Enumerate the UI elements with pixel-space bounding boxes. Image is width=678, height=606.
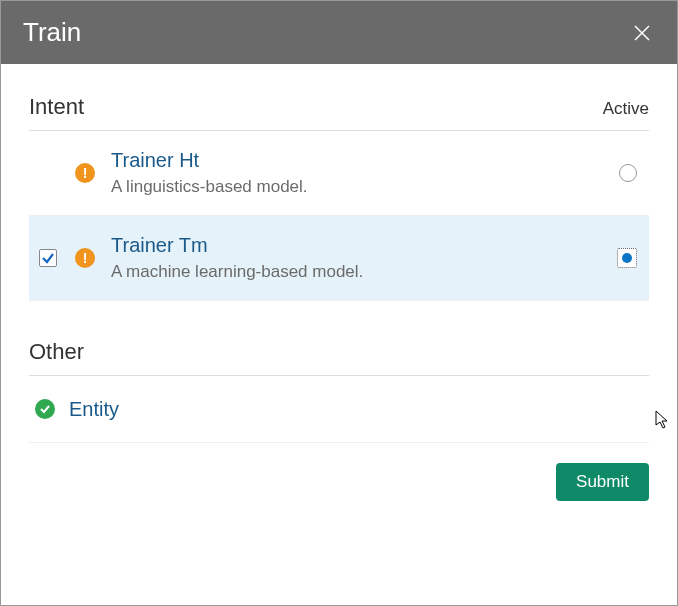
trainer-title: Trainer Ht [111,147,603,173]
other-item-title: Entity [69,396,119,422]
close-button[interactable] [629,20,655,46]
active-radio[interactable] [617,248,637,268]
row-checkbox[interactable] [39,249,57,267]
trainer-desc: A machine learning-based model. [111,260,601,284]
other-row-entity[interactable]: Entity [29,376,649,443]
submit-button[interactable]: Submit [556,463,649,501]
trainer-row-text: Trainer Ht A linguistics-based model. [111,147,603,199]
warning-icon: ! [75,248,95,268]
intent-section-header: Intent Active [29,86,649,131]
warning-icon: ! [75,163,95,183]
trainer-row-text: Trainer Tm A machine learning-based mode… [111,232,601,284]
dialog-footer: Submit [29,443,649,501]
check-circle-icon [35,399,55,419]
trainer-title: Trainer Tm [111,232,601,258]
dialog-header: Train [1,1,677,64]
checkbox-slot [37,249,59,267]
check-icon [41,251,55,265]
close-icon [632,23,652,43]
trainer-desc: A linguistics-based model. [111,175,603,199]
trainer-row-tm[interactable]: ! Trainer Tm A machine learning-based mo… [29,216,649,301]
other-section-header: Other [29,331,649,376]
other-section-title: Other [29,339,84,365]
dialog-title: Train [23,17,81,48]
trainer-row-ht[interactable]: ! Trainer Ht A linguistics-based model. [29,131,649,216]
active-radio[interactable] [619,164,637,182]
dialog-content: Intent Active ! Trainer Ht A linguistics… [1,64,677,605]
intent-section-title: Intent [29,94,84,120]
intent-active-column-label: Active [603,99,649,119]
